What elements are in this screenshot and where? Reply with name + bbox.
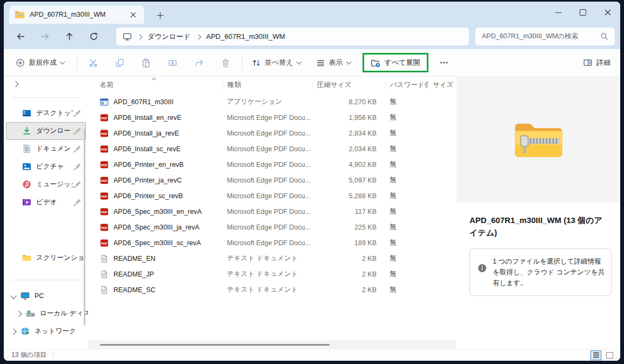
- sidebar-item-label: ミュージック: [36, 180, 73, 189]
- sidebar-tree-item[interactable]: ネットワーク: [4, 322, 88, 340]
- close-button[interactable]: [595, 2, 620, 23]
- extract-all-button[interactable]: すべて展開: [364, 55, 427, 71]
- pdf-icon: PDF: [100, 207, 109, 216]
- table-row[interactable]: PDF APD6_Printer_en_revB Microsoft Edge …: [88, 157, 455, 172]
- new-button-label: 新規作成: [29, 58, 57, 68]
- table-row[interactable]: PDF APD6_Spec_m30III_ja_revA Microsoft E…: [88, 219, 455, 235]
- minimize-button[interactable]: [546, 2, 571, 23]
- tab-title: APD_607R1_m30III_WM: [30, 11, 127, 18]
- back-button[interactable]: [11, 28, 30, 45]
- file-type: テキスト ドキュメント: [223, 285, 312, 294]
- forward-button[interactable]: [36, 28, 54, 45]
- explorer-tab[interactable]: APD_607R1_m30III_WM: [9, 5, 144, 24]
- file-password-protected: 無: [385, 129, 428, 138]
- delete-button[interactable]: [215, 53, 236, 72]
- svg-text:PDF: PDF: [101, 179, 108, 182]
- tree-collapse-chevron-icon[interactable]: [12, 81, 18, 87]
- file-list-pane: 名前 種類 圧縮サイズ パスワード保... サイズ APD_607R1_m30I…: [88, 77, 455, 349]
- svg-text:PDF: PDF: [101, 241, 108, 245]
- paste-button[interactable]: [136, 53, 156, 72]
- column-header-name[interactable]: 名前: [88, 80, 223, 90]
- column-header-size[interactable]: サイズ: [428, 79, 455, 90]
- table-row[interactable]: README_EN テキスト ドキュメント 2 KB 無: [88, 251, 455, 266]
- sidebar-scrollbar[interactable]: [84, 129, 85, 326]
- file-compressed-size: 5,097 KB: [312, 177, 385, 184]
- file-compressed-size: 2,034 KB: [312, 145, 385, 153]
- breadcrumb-downloads[interactable]: ダウンロード: [147, 32, 191, 42]
- table-row[interactable]: PDF APD6_Install_sc_revE Microsoft Edge …: [88, 141, 455, 157]
- details-pane-button[interactable]: 詳細: [581, 55, 613, 71]
- quick-access-list: デスクトップ ダウンロード ドキュメント ピクチャ ミュージック: [4, 104, 88, 211]
- file-list: APD_607R1_m30III アプリケーション 8,270 KB 無 PDF…: [88, 94, 455, 298]
- breadcrumb-current-folder[interactable]: APD_607R1_m30III_WM: [206, 32, 285, 41]
- txt-icon: [100, 254, 109, 263]
- sidebar-item-label: デスクトップ: [36, 109, 73, 118]
- tree-chevron-icon[interactable]: [16, 311, 22, 316]
- table-row[interactable]: PDF APD6_Spec_m30III_sc_revA Microsoft E…: [88, 235, 455, 251]
- file-name: README_EN: [113, 255, 156, 262]
- tree-chevron-icon[interactable]: [10, 293, 16, 299]
- file-compressed-size: 4,902 KB: [312, 161, 385, 168]
- preview-thumbnail-area: [457, 77, 620, 203]
- new-tab-button[interactable]: [153, 8, 167, 22]
- file-type: Microsoft Edge PDF Docu...: [223, 239, 312, 247]
- table-row[interactable]: PDF APD6_Install_ja_revE Microsoft Edge …: [88, 125, 455, 141]
- table-row[interactable]: PDF APD6_Spec_m30III_en_revA Microsoft E…: [88, 204, 455, 219]
- preview-title: APD_607R1_m30III_WM (13 個のアイテム): [469, 214, 607, 239]
- refresh-button[interactable]: [84, 28, 103, 45]
- file-password-protected: 無: [385, 176, 428, 185]
- search-input[interactable]: APD_607R1_m30III_WMの検索: [475, 28, 615, 45]
- sidebar-item[interactable]: ダウンロード: [6, 122, 86, 140]
- table-row[interactable]: PDF APD6_Printer_sc_revB Microsoft Edge …: [88, 188, 455, 204]
- sidebar-item[interactable]: ドキュメント: [6, 140, 86, 158]
- rename-button[interactable]: [162, 53, 183, 72]
- table-row[interactable]: README_JP テキスト ドキュメント 2 KB 無: [88, 266, 455, 282]
- file-type: Microsoft Edge PDF Docu...: [223, 130, 312, 137]
- details-view-toggle[interactable]: [591, 350, 601, 360]
- sidebar-item-screenshots[interactable]: スクリーンショット: [6, 249, 86, 267]
- table-row[interactable]: APD_607R1_m30III アプリケーション 8,270 KB 無: [88, 94, 455, 110]
- file-type: Microsoft Edge PDF Docu...: [223, 161, 312, 168]
- large-icons-view-toggle[interactable]: [604, 350, 615, 360]
- sidebar-tree-item[interactable]: PC: [4, 287, 88, 305]
- file-password-protected: 無: [385, 223, 428, 232]
- copy-button[interactable]: [109, 53, 130, 72]
- sidebar-item[interactable]: ピクチャ: [6, 158, 86, 176]
- new-button[interactable]: 新規作成: [11, 54, 69, 71]
- horizontal-scrollbar-track[interactable]: [88, 340, 455, 349]
- file-compressed-size: 8,270 KB: [312, 98, 385, 106]
- up-button[interactable]: [60, 28, 78, 45]
- sidebar-item[interactable]: デスクトップ: [6, 104, 86, 122]
- sort-button[interactable]: 並べ替え: [247, 54, 306, 71]
- share-button[interactable]: [189, 53, 209, 72]
- tree-chevron-icon[interactable]: [10, 328, 16, 334]
- address-bar[interactable]: ダウンロード APD_607R1_m30III_WM: [116, 28, 469, 45]
- column-header-password[interactable]: パスワード保...: [385, 79, 428, 90]
- column-header-type[interactable]: 種類: [223, 79, 312, 90]
- view-button[interactable]: 表示: [311, 54, 355, 71]
- navigation-pane: デスクトップ ダウンロード ドキュメント ピクチャ ミュージック: [4, 77, 88, 349]
- table-row[interactable]: PDF APD6_Printer_ja_revC Microsoft Edge …: [88, 172, 455, 188]
- pin-icon: [73, 198, 82, 207]
- file-type: Microsoft Edge PDF Docu...: [223, 208, 312, 215]
- tab-close-icon[interactable]: [127, 9, 139, 21]
- file-type: Microsoft Edge PDF Docu...: [223, 192, 312, 200]
- file-name: APD6_Install_en_revE: [113, 114, 182, 122]
- sidebar-item[interactable]: ミュージック: [6, 176, 86, 193]
- network-icon: [21, 327, 30, 336]
- sidebar-item-label: ネットワーク: [35, 327, 88, 336]
- sidebar-item[interactable]: ビデオ: [6, 193, 86, 211]
- see-more-button[interactable]: [434, 53, 454, 72]
- table-row[interactable]: PDF APD6_Install_en_revE Microsoft Edge …: [88, 110, 455, 125]
- file-name: APD6_Install_ja_revE: [113, 130, 179, 137]
- file-type: テキスト ドキュメント: [223, 254, 312, 263]
- maximize-button[interactable]: [571, 2, 595, 23]
- cut-button[interactable]: [83, 53, 103, 72]
- pdf-icon: PDF: [100, 239, 109, 247]
- horizontal-scrollbar-thumb[interactable]: [100, 344, 330, 346]
- table-row[interactable]: README_SC テキスト ドキュメント 2 KB 無: [88, 282, 455, 298]
- column-header-compressed-size[interactable]: 圧縮サイズ: [312, 79, 385, 90]
- sidebar-tree-item[interactable]: ローカル ディスク: [4, 305, 88, 322]
- window-chrome: APD_607R1_m30III_WM: [4, 2, 620, 49]
- extract-all-label: すべて展開: [385, 58, 420, 68]
